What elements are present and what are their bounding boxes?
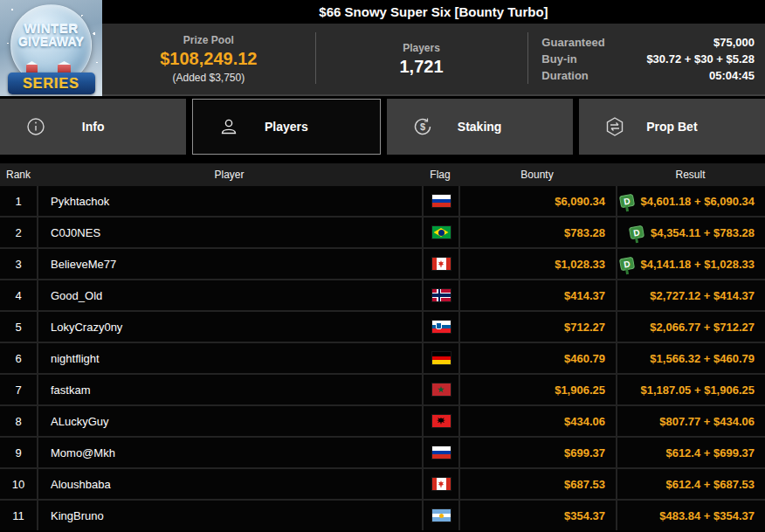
flag-icon: [432, 383, 451, 396]
staking-icon: $: [412, 116, 433, 137]
rank-cell: 4: [0, 280, 37, 310]
logo-series-banner: SERIES: [8, 73, 95, 94]
table-row[interactable]: 1 Pykhtachok $6,090.34 D $4,601.18 + $6,…: [0, 186, 765, 216]
logo-text: WINTER GIVEAWAY: [0, 21, 102, 47]
bounty-cell: $1,028.33: [458, 249, 616, 279]
result-amount: $807.77 + $434.06: [659, 415, 755, 428]
flag-icon: [432, 226, 451, 238]
prize-pool-added: (Added $3,750): [172, 72, 245, 84]
table-row[interactable]: 2 C0J0NES $783.28 D $4,354.11 + $783.28: [0, 216, 765, 247]
tab-prop-bet[interactable]: Prop Bet: [579, 99, 765, 155]
guaranteed-row: Guaranteed $75,000: [541, 36, 755, 49]
bounty-cell: $414.37: [458, 280, 616, 310]
table-row[interactable]: 5 LokyCrazy0ny $712.27 D $2,066.77 + $71…: [0, 310, 765, 342]
prize-pool-label: Prize Pool: [183, 34, 234, 46]
bounty-cell: $712.27: [458, 312, 616, 342]
column-header-player: Player: [37, 169, 422, 181]
result-amount: $612.4 + $687.53: [665, 478, 755, 491]
table-row[interactable]: 9 Momo@Mkh $699.37 D $612.4 + $699.37: [0, 436, 765, 467]
rank-cell: 9: [0, 438, 37, 467]
rank-cell: 7: [0, 375, 37, 404]
bounty-cell: $783.28: [458, 218, 616, 247]
table-header: Rank Player Flag Bounty Result: [0, 163, 765, 186]
duration-label: Duration: [541, 69, 588, 82]
logo-line1: WINTER: [0, 21, 102, 35]
tab-staking[interactable]: $ Staking: [387, 99, 573, 155]
logo-series-label: SERIES: [23, 76, 79, 92]
column-header-flag: Flag: [422, 169, 458, 181]
result-amount: $2,066.77 + $712.27: [650, 321, 755, 334]
result-cell: D $612.4 + $687.53: [616, 469, 765, 499]
column-header-result: Result: [616, 169, 765, 181]
prize-pool-value: $108,249.12: [160, 49, 257, 69]
flag-icon: [432, 446, 451, 459]
result-cell: D $612.4 + $699.37: [616, 438, 765, 467]
flag-icon: [432, 352, 451, 364]
result-cell: D $4,354.11 + $783.28: [616, 218, 765, 247]
tournament-stats-bar: Prize Pool $108,249.12 (Added $3,750) Pl…: [0, 24, 765, 96]
table-row[interactable]: 3 BelieveMe77 $1,028.33 D $4,141.18 + $1…: [0, 247, 765, 279]
flag-icon: [432, 509, 451, 522]
table-row[interactable]: 8 ALuckyGuy $434.06 D $807.77 + $434.06: [0, 404, 765, 436]
result-cell: D $1,566.32 + $460.79: [616, 343, 765, 373]
rank-cell: 5: [0, 312, 37, 342]
player-name: Pykhtachok: [37, 186, 422, 216]
flag-cell: [422, 438, 458, 467]
table-row[interactable]: 4 Good_Old $414.37 D $2,727.12 + $414.37: [0, 279, 765, 310]
bounty-cell: $460.79: [458, 343, 616, 373]
bounty-cell: $354.37: [458, 501, 616, 530]
result-cell: D $4,141.18 + $1,028.33: [616, 249, 765, 279]
player-name: nightflight: [37, 343, 422, 373]
flag-icon: [432, 289, 451, 301]
bounty-cell: $699.37: [458, 438, 616, 467]
tab-players-label: Players: [265, 120, 308, 134]
rank-cell: 2: [0, 218, 37, 247]
bounty-cell: $434.06: [458, 406, 616, 436]
info-icon: [25, 116, 46, 137]
winter-giveaway-series-logo: WINTER GIVEAWAY SERIES: [0, 0, 102, 96]
flag-icon: [432, 258, 451, 270]
guaranteed-label: Guaranteed: [541, 36, 604, 49]
table-row[interactable]: 10 Aloushbaba $687.53 D $612.4 + $687.53: [0, 467, 765, 499]
tab-players[interactable]: Players: [192, 99, 380, 155]
flag-icon: [432, 321, 451, 333]
table-row[interactable]: 11 KingBruno $354.37 D $483.84 + $354.37: [0, 499, 765, 530]
prize-pool-section: Prize Pool $108,249.12 (Added $3,750): [102, 24, 315, 94]
column-header-bounty: Bounty: [458, 169, 616, 181]
svg-text:$: $: [419, 121, 424, 132]
flag-cell: [422, 312, 458, 342]
flag-icon: [432, 195, 451, 207]
deal-icon: D: [618, 194, 634, 209]
result-amount: $1,187.05 + $1,906.25: [641, 383, 755, 397]
tab-info[interactable]: Info: [0, 99, 186, 155]
tab-bar: Info Players $ Staking Prop: [0, 99, 765, 155]
players-count-section: Players 1,721: [315, 24, 528, 94]
result-cell: D $2,727.12 + $414.37: [616, 280, 765, 310]
bounty-cell: $6,090.34: [458, 186, 616, 216]
flag-cell: [422, 406, 458, 436]
flag-cell: [422, 469, 458, 499]
flag-icon: [432, 415, 451, 427]
rank-cell: 8: [0, 406, 37, 436]
result-amount: $483.84 + $354.37: [659, 509, 755, 522]
tournament-details-section: Guaranteed $75,000 Buy-in $30.72 + $30 +…: [527, 24, 765, 94]
table-row[interactable]: 7 fastkam $1,906.25 D $1,187.05 + $1,906…: [0, 373, 765, 404]
prop-bet-icon: [604, 116, 625, 137]
player-name: KingBruno: [37, 501, 422, 530]
buy-in-label: Buy-in: [541, 52, 576, 66]
flag-cell: [422, 249, 458, 279]
result-amount: $2,727.12 + $414.37: [650, 289, 755, 302]
result-amount: $4,141.18 + $1,028.33: [641, 258, 755, 271]
table-body: 1 Pykhtachok $6,090.34 D $4,601.18 + $6,…: [0, 186, 765, 530]
player-name: C0J0NES: [37, 218, 422, 247]
column-header-rank: Rank: [0, 169, 37, 181]
player-name: fastkam: [37, 375, 422, 404]
result-amount: $4,601.18 + $6,090.34: [641, 195, 755, 208]
result-cell: D $807.77 + $434.06: [616, 406, 765, 436]
buy-in-row: Buy-in $30.72 + $30 + $5.28: [541, 52, 755, 66]
bounty-cell: $1,906.25: [458, 375, 616, 404]
player-name: Momo@Mkh: [37, 438, 422, 467]
table-row[interactable]: 6 nightflight $460.79 D $1,566.32 + $460…: [0, 342, 765, 373]
result-cell: D $483.84 + $354.37: [616, 501, 765, 530]
logo-line2: GIVEAWAY: [0, 35, 102, 48]
